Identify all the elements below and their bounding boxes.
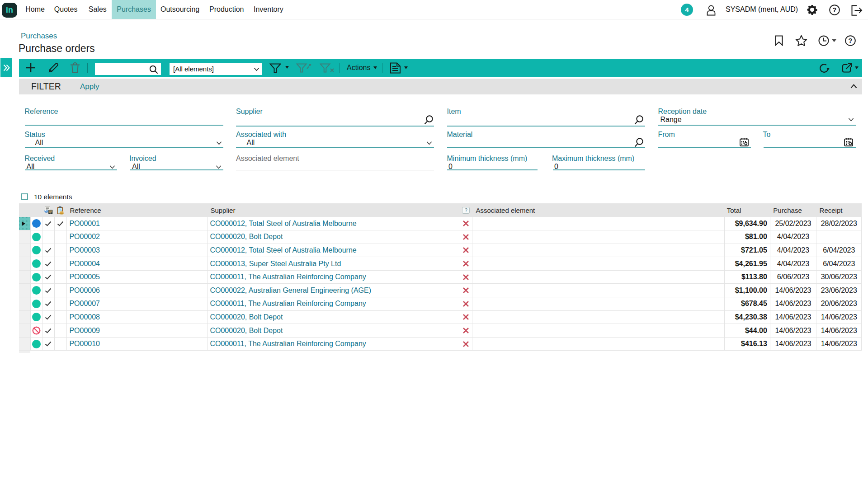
svg-text:?: ?	[849, 37, 853, 44]
svg-text:?: ?	[833, 6, 837, 14]
